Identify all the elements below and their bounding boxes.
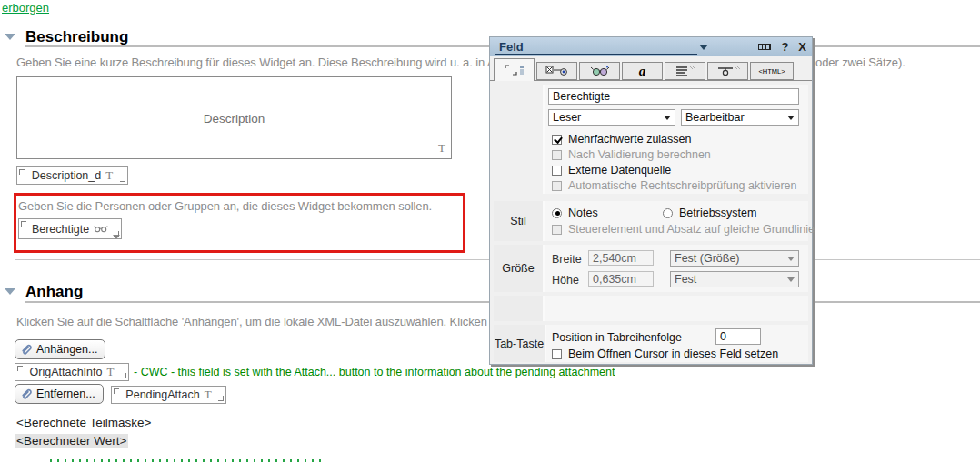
section-title-beschreibung: Beschreibung <box>25 28 128 46</box>
radio-notes[interactable]: Notes <box>552 207 598 219</box>
tab-html[interactable]: <HTML> <box>750 62 794 80</box>
field-name: PendingAttach <box>125 388 199 401</box>
remove-button-label: Entfernen... <box>36 388 95 400</box>
hoehe-input[interactable]: 0,635cm <box>588 271 654 287</box>
checkbox-label: Mehrfachwerte zulassen <box>568 133 691 146</box>
field-description-d[interactable]: Description_d T <box>16 166 128 185</box>
remove-button[interactable]: Entfernen... <box>15 384 104 404</box>
help-icon[interactable]: ? <box>781 41 788 53</box>
checkbox-externe-datenquelle[interactable]: Externe Datenquelle <box>552 164 671 177</box>
checkbox-label: Externe Datenquelle <box>568 164 671 177</box>
tab-paragraph-hide-when[interactable] <box>707 62 748 80</box>
section-collapse-icon[interactable] <box>5 288 15 295</box>
groesse-label: Größe <box>502 262 534 275</box>
radio-label: Betriebssystem <box>679 207 756 219</box>
dialog-tabbar: a <HTML> <box>490 56 812 81</box>
field-dropdown-marker-icon <box>113 235 120 239</box>
breite-label: Breite <box>552 253 582 266</box>
attach-button-label: Anhängen... <box>36 343 97 356</box>
attach-button[interactable]: Anhängen... <box>15 339 105 359</box>
stil-label: Stil <box>510 215 525 227</box>
field-origattachinfo[interactable]: OrigAttachInfo T <box>15 363 129 381</box>
checkbox-nach-validierung: Nach Validierung berechnen <box>552 148 711 161</box>
chevron-down-icon <box>787 116 795 120</box>
edit-mode-select[interactable]: Bearbeitbar <box>681 109 799 126</box>
hoehe-mode-value: Fest <box>675 273 696 286</box>
reader-hint-text: Geben Sie die Personen oder Gruppen an, … <box>18 199 432 213</box>
radio-selected-icon[interactable] <box>552 208 562 218</box>
checkbox-mehrfachwerte[interactable]: Mehrfachwerte zulassen <box>552 133 691 146</box>
field-pendingattach[interactable]: PendingAttach T <box>111 386 226 404</box>
tabtaste-label: Tab-Taste <box>495 338 544 350</box>
field-properties-dialog: Feld ? X <box>489 36 813 365</box>
field-berechtigte[interactable]: Berechtigte <box>18 218 122 239</box>
tab-control-options[interactable] <box>536 62 577 80</box>
control-options-icon <box>545 65 569 77</box>
tab-position-input[interactable]: 0 <box>715 328 761 345</box>
computed-subform-placeholder: <Berechnete Teilmaske> <box>16 416 151 429</box>
html-icon: <HTML> <box>758 67 785 76</box>
cwc-annotation-text: - CWC - this field is set with the Attac… <box>134 366 615 378</box>
field-name: Description_d <box>32 169 101 182</box>
checkbox-icon[interactable] <box>552 349 562 359</box>
tab-advanced[interactable] <box>579 62 620 80</box>
field-name: Berechtigte <box>32 223 89 236</box>
radio-betriebssystem[interactable]: Betriebssystem <box>663 207 756 219</box>
section-collapse-icon[interactable] <box>5 34 15 40</box>
breite-mode-select[interactable]: Fest (Größe) <box>670 250 799 267</box>
hidden-paragraph-link[interactable]: erborgen <box>2 1 49 15</box>
hoehe-mode-select[interactable]: Fest <box>670 271 799 287</box>
checkbox-label: Beim Öffnen Cursor in dieses Feld setzen <box>568 348 778 360</box>
radio-icon[interactable] <box>663 208 673 218</box>
checkbox-cursor-setzen[interactable]: Beim Öffnen Cursor in dieses Feld setzen <box>552 348 778 360</box>
paperclip-icon <box>20 388 34 401</box>
tab-field-info[interactable] <box>494 58 535 81</box>
tabtaste-label-cell: Tab-Taste <box>494 325 546 362</box>
checkbox-icon[interactable] <box>552 166 562 176</box>
close-icon[interactable]: X <box>798 41 806 53</box>
field-type-select[interactable]: Leser <box>548 109 675 126</box>
names-glasses-icon <box>94 225 108 233</box>
field-name: OrigAttachInfo <box>30 366 103 378</box>
paragraph-align-icon <box>674 65 697 77</box>
stil-label-cell: Stil <box>494 201 545 241</box>
name-input[interactable]: Berechtigte <box>548 88 799 105</box>
checkbox-icon <box>552 150 562 160</box>
dialog-group-tabtaste: Tab-Taste Position in Tabreihenfolge 0 B… <box>494 325 808 362</box>
anhang-intro-text: Klicken Sie auf die Schaltfläche 'Anhäng… <box>16 315 507 328</box>
computed-value-placeholder: <Berechneter Wert> <box>15 434 128 448</box>
collapse-properties-icon[interactable] <box>758 44 771 50</box>
text-type-marker: T <box>438 141 445 156</box>
description-box-label: Description <box>17 112 451 126</box>
breite-input[interactable]: 2,540cm <box>588 250 654 266</box>
text-type-marker: T <box>106 365 114 379</box>
tab-position-label: Position in Tabreihenfolge <box>552 331 682 344</box>
paperclip-icon <box>20 343 34 357</box>
chevron-down-icon[interactable] <box>699 45 708 50</box>
beschreibung-intro-tail: oder zwei Sätze). <box>815 55 905 69</box>
breite-mode-value: Fest (Größe) <box>675 252 740 265</box>
checkbox-icon <box>552 225 562 235</box>
chevron-down-icon <box>787 277 795 282</box>
font-icon: a <box>639 65 646 78</box>
dialog-group-stil: Stil Notes Betriebssystem Steuerelement … <box>494 201 808 241</box>
checkbox-icon <box>552 181 562 191</box>
form-designer-page: erborgen Beschreibung Geben Sie eine kur… <box>0 0 980 464</box>
checkbox-checked-icon[interactable] <box>552 135 562 145</box>
checkbox-rechtschreibpruefung: Automatische Rechtschreibprüfung aktivie… <box>552 179 797 192</box>
edit-mode-value: Bearbeitbar <box>685 111 745 124</box>
description-richtext-box[interactable]: Description T <box>16 76 452 159</box>
tab-paragraph-alignment[interactable] <box>665 62 705 80</box>
dialog-group-groesse: Größe Breite 2,540cm Fest (Größe) Höhe 0… <box>494 245 808 292</box>
dialog-group-empty <box>494 296 808 321</box>
tab-font[interactable]: a <box>622 62 663 80</box>
checkbox-label: Nach Validierung berechnen <box>568 148 711 161</box>
field-info-icon <box>504 64 525 76</box>
checkbox-label: Automatische Rechtschreibprüfung aktivie… <box>568 179 797 192</box>
hide-when-dotted-rule <box>0 15 980 15</box>
dialog-titlebar[interactable]: Feld ? X <box>490 37 812 56</box>
checkbox-grundlinie: Steuerelement und Absatz auf gleiche Gru… <box>552 223 815 236</box>
text-type-marker: T <box>205 388 212 402</box>
dialog-group-name-typ: Name Typ Berechtigte Leser Bearbeitbar M… <box>494 85 808 194</box>
dialog-title-selector[interactable]: Feld <box>495 40 697 55</box>
